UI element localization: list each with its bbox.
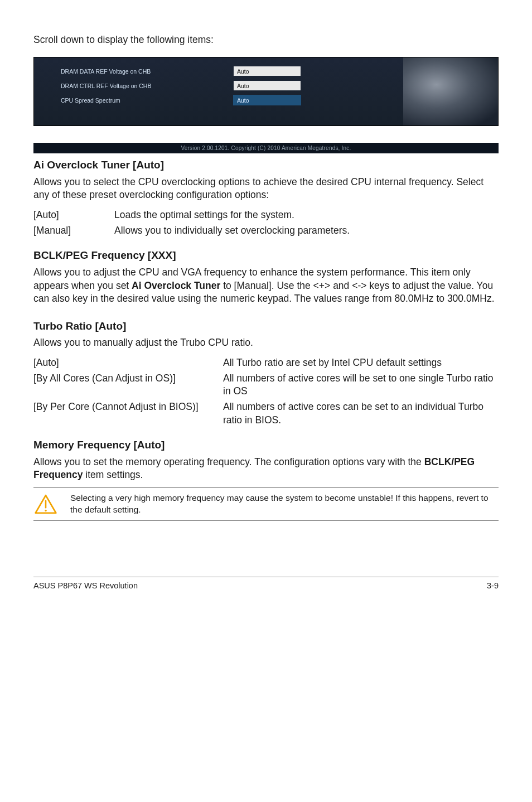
- warning-icon: [33, 492, 58, 515]
- bios-version-footer: Version 2.00.1201. Copyright (C) 2010 Am…: [33, 143, 499, 154]
- footer-right: 3-9: [487, 581, 499, 592]
- option-value: All Turbo ratio are set by Intel CPU def…: [223, 355, 499, 371]
- section-heading-ai: Ai Overclock Tuner [Auto]: [33, 158, 499, 172]
- option-key: [By Per Core (Cannot Adjust in BIOS)]: [33, 399, 223, 428]
- option-value: All numbers of active cores can be set t…: [223, 399, 499, 428]
- page-footer: ASUS P8P67 WS Revolution 3-9: [33, 577, 499, 592]
- desc-text: item settings.: [83, 469, 143, 480]
- table-row: [Manual]Allows you to individually set o…: [33, 223, 499, 239]
- intro-text: Scroll down to display the following ite…: [33, 33, 499, 47]
- svg-point-1: [45, 510, 47, 512]
- bios-row: CPU Spread Spectrum Auto: [61, 94, 390, 107]
- bios-row: DRAM CTRL REF Voltage on CHB Auto: [61, 80, 390, 92]
- bios-setting-label: CPU Spread Spectrum: [61, 96, 234, 104]
- option-key: [Auto]: [33, 207, 114, 223]
- option-value: Allows you to individually set overclock…: [114, 223, 499, 239]
- section-desc: Allows you to set the memory operating f…: [33, 456, 499, 482]
- desc-text: Allows you to set the memory operating f…: [33, 456, 424, 467]
- definition-table: [Auto]All Turbo ratio are set by Intel C…: [33, 355, 499, 428]
- bios-setting-label: DRAM DATA REF Voltage on CHB: [61, 67, 234, 75]
- table-row: [Auto]Loads the optimal settings for the…: [33, 207, 499, 223]
- option-key: [Manual]: [33, 223, 114, 239]
- warning-callout: Selecting a very high memory frequency m…: [33, 487, 499, 521]
- section-heading-memory: Memory Frequency [Auto]: [33, 438, 499, 452]
- option-value: Loads the optimal settings for the syste…: [114, 207, 499, 223]
- bios-row: DRAM DATA REF Voltage on CHB Auto: [61, 65, 390, 78]
- desc-bold: Ai Overclock Tuner: [132, 280, 220, 291]
- table-row: [Auto]All Turbo ratio are set by Intel C…: [33, 355, 499, 371]
- section-desc: Allows you to adjust the CPU and VGA fre…: [33, 266, 499, 306]
- option-key: [By All Cores (Can Adjust in OS)]: [33, 371, 223, 399]
- bios-setting-value-selected: Auto: [234, 95, 301, 105]
- section-heading-bclk: BCLK/PEG Frequency [XXX]: [33, 248, 499, 263]
- section-desc: Allows you to manually adjust the Trubo …: [33, 336, 499, 350]
- warning-text: Selecting a very high memory frequency m…: [70, 492, 499, 516]
- footer-left: ASUS P8P67 WS Revolution: [33, 581, 138, 592]
- option-key: [Auto]: [33, 355, 223, 371]
- definition-table: [Auto]Loads the optimal settings for the…: [33, 207, 499, 238]
- section-desc: Allows you to select the CPU overclockin…: [33, 176, 499, 202]
- option-value: All numbers of active cores will be set …: [223, 371, 499, 399]
- table-row: [By All Cores (Can Adjust in OS)]All num…: [33, 371, 499, 399]
- bios-setting-value: Auto: [234, 66, 301, 76]
- table-row: [By Per Core (Cannot Adjust in BIOS)]All…: [33, 399, 499, 428]
- bios-side-image: [403, 57, 498, 125]
- section-heading-turbo: Turbo Ratio [Auto]: [33, 319, 499, 334]
- bios-setting-value: Auto: [234, 81, 301, 90]
- bios-screenshot: DRAM DATA REF Voltage on CHB Auto DRAM C…: [33, 57, 499, 154]
- bios-setting-label: DRAM CTRL REF Voltage on CHB: [61, 82, 234, 90]
- bios-settings-panel: DRAM DATA REF Voltage on CHB Auto DRAM C…: [34, 57, 403, 125]
